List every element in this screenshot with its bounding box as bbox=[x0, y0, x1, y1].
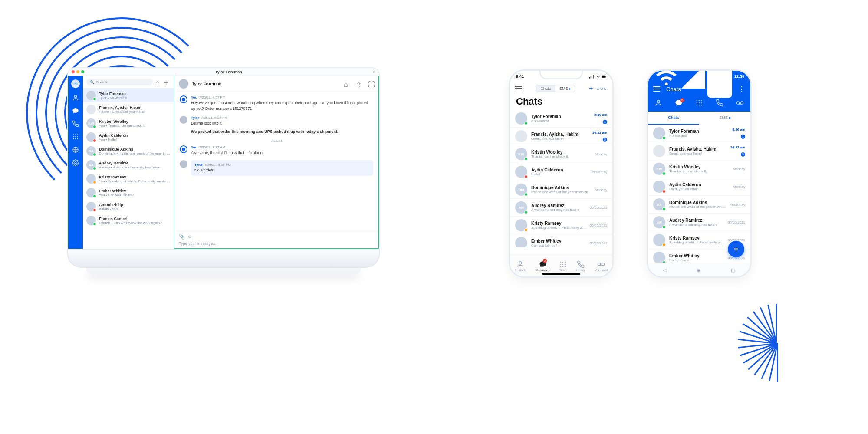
avatar bbox=[653, 181, 665, 193]
message-avatar bbox=[180, 160, 187, 168]
new-chat-icon[interactable]: + bbox=[164, 79, 170, 85]
close-x[interactable]: × bbox=[373, 70, 375, 74]
minimize-dot[interactable] bbox=[76, 70, 79, 73]
tool-history[interactable] bbox=[716, 99, 723, 108]
attach-icon[interactable]: 📎 bbox=[179, 234, 185, 240]
phone-icon[interactable] bbox=[72, 120, 79, 127]
chat-list-item[interactable]: Kristy RamseyYou • Speaking of which, Pe… bbox=[83, 172, 174, 186]
search-input[interactable]: 🔍 Search bbox=[86, 79, 153, 85]
tab-chats[interactable]: Chats bbox=[648, 112, 699, 125]
svg-point-41 bbox=[699, 105, 700, 105]
chat-list-item[interactable]: Ember WhitleyYou • Can you join us? bbox=[83, 186, 174, 200]
avatar: KW bbox=[653, 163, 665, 175]
overflow-icon[interactable]: ⋮ bbox=[738, 85, 745, 93]
message-input[interactable]: Type your message... bbox=[179, 241, 374, 246]
compose-icon[interactable]: + bbox=[589, 85, 593, 92]
menu-icon[interactable] bbox=[515, 86, 522, 91]
chat-list-item[interactable]: Francis, Ayisha, HakimGreat, see you the… bbox=[648, 142, 750, 160]
window-title: Tylor Foreman bbox=[86, 70, 372, 74]
profile-avatar[interactable]: PJ bbox=[71, 79, 80, 88]
tab-history[interactable]: History bbox=[576, 260, 585, 272]
chat-list-item[interactable]: Aydin CalderonHello!Yesterday bbox=[510, 163, 612, 181]
battery-icon bbox=[602, 74, 606, 79]
chat-sms-segment[interactable]: Chats SMS bbox=[536, 85, 575, 92]
chat-name: Aydin Calderon bbox=[531, 168, 588, 172]
tab-contacts[interactable]: Contacts bbox=[515, 260, 527, 272]
nav-recents[interactable]: ▢ bbox=[731, 267, 735, 273]
chat-preview: Audrey • A wonderful serenity has taken bbox=[99, 165, 170, 169]
tab-voicemail[interactable]: Voicemail bbox=[595, 260, 608, 272]
tab-messages[interactable]: 2Messages bbox=[536, 260, 550, 272]
chat-preview: You • Can you join us? bbox=[99, 193, 170, 197]
chat-list-item[interactable]: DADominique AdkinsDominique • It's the o… bbox=[83, 144, 174, 158]
contacts-icon[interactable] bbox=[72, 94, 79, 101]
chat-list-item[interactable]: KWKristin WoolleyThanks, Let me check it… bbox=[648, 160, 750, 178]
chat-list-item[interactable]: Francis, Ayisha, HakimHakim • Great, see… bbox=[83, 102, 174, 116]
tool-voicemail[interactable] bbox=[736, 99, 744, 108]
nav-back[interactable]: ◁ bbox=[663, 267, 667, 273]
avatar bbox=[86, 132, 96, 142]
chat-name: Kristy Ramsey bbox=[99, 175, 170, 179]
tool-dialer[interactable] bbox=[695, 99, 703, 108]
chat-preview: A wonderful serenity has taken bbox=[669, 223, 724, 227]
chat-list-item[interactable]: AAAudrey RamirezAudrey • A wonderful ser… bbox=[83, 158, 174, 172]
chat-list-item[interactable]: Aydin CalderonI sent you an emailMonday bbox=[648, 178, 750, 196]
chat-icon[interactable] bbox=[72, 107, 79, 114]
svg-point-11 bbox=[75, 162, 76, 164]
dialpad-icon[interactable] bbox=[72, 133, 79, 140]
chat-list-item[interactable]: Tylor ForemanNo worries!8:36 am1 bbox=[510, 110, 612, 128]
chat-list-item[interactable]: Tylor ForemanNo worries!8:36 am1 bbox=[648, 125, 750, 142]
svg-point-30 bbox=[602, 263, 605, 266]
chat-list-item[interactable]: Francis CantrellFrancis • Can we review … bbox=[83, 214, 174, 227]
chat-list-item[interactable]: Tylor ForemanTylor • No worries! bbox=[83, 89, 174, 102]
filter-icon[interactable]: ⌂ bbox=[155, 79, 161, 85]
message: You7/25/21, 4:57 PMHey we've got a custo… bbox=[180, 95, 373, 112]
share-icon[interactable]: ⇪ bbox=[356, 81, 362, 87]
tab-dialer[interactable]: Dialer bbox=[559, 260, 567, 272]
chat-list-item[interactable]: Francis, Ayisha, HakimGreat, see you the… bbox=[510, 128, 612, 145]
nav-home[interactable]: ◉ bbox=[697, 267, 701, 273]
chat-name: Kristy Ramsey bbox=[669, 236, 724, 240]
tool-contacts[interactable] bbox=[654, 99, 662, 108]
chat-preview: Hello! bbox=[531, 172, 588, 176]
chat-list-item[interactable]: Aydin CalderonYou • Hello! bbox=[83, 130, 174, 144]
chat-list-item[interactable]: ARAudrey RamirezA wonderful serenity has… bbox=[510, 199, 612, 217]
chat-list-item[interactable]: Kristy RamseySpeaking of which, Peter re… bbox=[510, 217, 612, 234]
avatar bbox=[653, 252, 665, 263]
chat-list-item[interactable]: Ember WhitleyCan you join us?05/06/2021 bbox=[510, 234, 612, 247]
close-dot[interactable] bbox=[72, 70, 75, 73]
chat-list-item[interactable]: Antoni PhilipAntoni • cool. bbox=[83, 200, 174, 214]
seg-chats[interactable]: Chats bbox=[536, 85, 555, 92]
tool-messages[interactable]: 5 bbox=[675, 99, 683, 108]
expand-icon[interactable]: ⛶ bbox=[368, 81, 374, 87]
chat-list-item[interactable]: DADominique AdkinsIt's the one week of t… bbox=[648, 196, 750, 214]
avatar bbox=[515, 130, 527, 142]
chat-list-item[interactable]: KWKristen WoolleyYou • Thanks, Let me ch… bbox=[83, 116, 174, 130]
avatar bbox=[86, 202, 96, 211]
settings-icon[interactable] bbox=[72, 159, 79, 166]
chat-list-item[interactable]: KWKristin WoolleyThanks, Let me check it… bbox=[510, 145, 612, 163]
svg-point-29 bbox=[598, 263, 601, 266]
menu-icon[interactable] bbox=[653, 86, 660, 92]
tab-sms[interactable]: SMS bbox=[699, 112, 750, 125]
fab-compose[interactable]: + bbox=[728, 241, 744, 257]
unread-badge: 5 bbox=[603, 138, 607, 142]
wifi-icon bbox=[654, 69, 679, 85]
chat-time: 05/06/2021 bbox=[590, 206, 607, 210]
emoji-icon[interactable]: ☺ bbox=[187, 234, 192, 240]
more-icon[interactable]: ○○○ bbox=[596, 85, 607, 92]
maximize-dot[interactable] bbox=[81, 70, 84, 73]
seg-sms[interactable]: SMS bbox=[555, 85, 575, 92]
chat-preview: Thanks, Let me check it. bbox=[669, 169, 729, 173]
chat-preview: You • Speaking of which, Peter really wa… bbox=[99, 179, 170, 183]
home-indicator bbox=[542, 273, 580, 275]
chat-list-item[interactable]: ARAudrey RamirezA wonderful serenity has… bbox=[648, 214, 750, 231]
chat-preview: You • Thanks, Let me check it. bbox=[99, 124, 170, 128]
chat-list-item[interactable]: DMDominique AdkinsIt's the one week of t… bbox=[510, 181, 612, 199]
laptop-device: Tylor Foreman × PJ 🔍 Search ⌂ + Tylor Fo… bbox=[67, 67, 380, 275]
unread-badge: 1 bbox=[603, 120, 607, 124]
archive-icon[interactable]: ⌂ bbox=[344, 81, 350, 87]
avatar: DM bbox=[515, 184, 527, 196]
chat-name: Dominique Adkins bbox=[669, 200, 726, 205]
globe-icon[interactable] bbox=[72, 146, 79, 153]
